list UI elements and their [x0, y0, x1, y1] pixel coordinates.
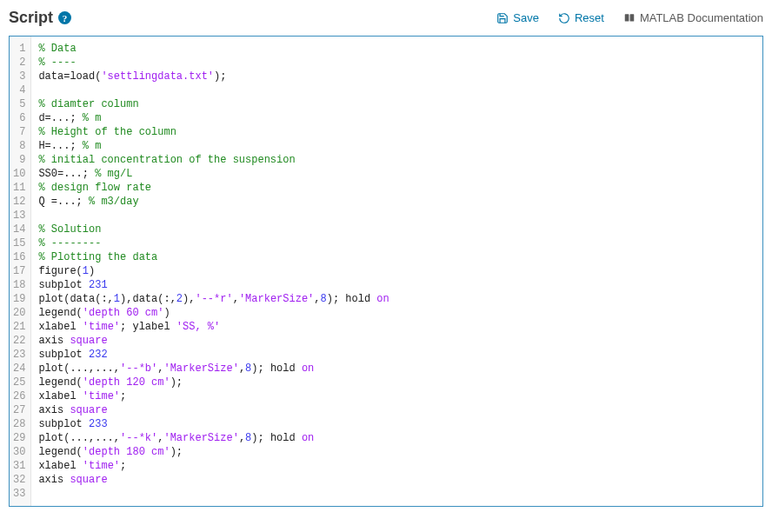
- code-line[interactable]: xlabel 'time'; ylabel 'SS, %': [38, 320, 755, 334]
- code-token: ,: [233, 293, 239, 305]
- code-line[interactable]: legend('depth 120 cm');: [38, 376, 755, 389]
- code-line[interactable]: plot(...,...,'--*b','MarkerSize',8); hol…: [38, 362, 755, 376]
- code-token: ,: [314, 293, 320, 305]
- line-number: 10: [13, 167, 25, 181]
- code-token: 1: [114, 293, 120, 305]
- code-token: subplot: [38, 349, 89, 361]
- code-line[interactable]: % ----: [38, 56, 755, 70]
- help-icon[interactable]: ?: [58, 11, 71, 24]
- reset-label: Reset: [575, 11, 604, 24]
- code-token: 'settlingdata.txt': [101, 70, 214, 83]
- code-token: legend(: [38, 446, 82, 458]
- code-token: 232: [89, 349, 108, 361]
- documentation-label: MATLAB Documentation: [640, 11, 763, 24]
- code-token: ): [89, 265, 95, 277]
- code-line[interactable]: [38, 209, 755, 223]
- line-number: 7: [13, 125, 25, 139]
- code-token: % mg/L: [95, 168, 132, 180]
- code-line[interactable]: axis square: [38, 334, 755, 348]
- line-number: 22: [13, 334, 25, 348]
- code-line[interactable]: axis square: [38, 403, 755, 417]
- code-line[interactable]: subplot 233: [38, 417, 755, 431]
- code-line[interactable]: xlabel 'time';: [38, 459, 755, 473]
- line-number: 8: [13, 139, 25, 153]
- code-line[interactable]: legend('depth 180 cm');: [38, 445, 755, 459]
- code-token: data=load(: [38, 70, 101, 83]
- line-number: 1: [13, 42, 25, 56]
- code-token: subplot: [38, 418, 89, 430]
- code-token: 'depth 180 cm': [83, 446, 170, 458]
- code-line[interactable]: % Height of the column: [38, 125, 755, 139]
- code-line[interactable]: [38, 83, 755, 97]
- code-line[interactable]: xlabel 'time';: [38, 389, 755, 403]
- code-token: ,: [239, 362, 245, 375]
- code-token: ); hold: [251, 362, 302, 375]
- save-button[interactable]: Save: [496, 11, 539, 24]
- code-token: Q =...;: [38, 196, 89, 208]
- line-number: 2: [13, 56, 25, 70]
- code-token: % --------: [38, 237, 101, 249]
- code-token: '--*r': [195, 293, 232, 305]
- save-label: Save: [513, 11, 539, 24]
- code-editor[interactable]: 1234567891011121314151617181920212223242…: [9, 36, 763, 507]
- code-area[interactable]: % Data% ----data=load('settlingdata.txt'…: [31, 37, 762, 506]
- line-number: 25: [13, 376, 25, 389]
- code-line[interactable]: % Data: [38, 42, 755, 56]
- code-line[interactable]: % Plotting the data: [38, 250, 755, 264]
- documentation-button[interactable]: MATLAB Documentation: [623, 11, 763, 24]
- code-line[interactable]: H=...; % m: [38, 139, 755, 153]
- title-wrap: Script ?: [9, 9, 71, 27]
- code-token: xlabel: [38, 460, 82, 472]
- line-number: 21: [13, 320, 25, 334]
- code-line[interactable]: % initial concentration of the suspensio…: [38, 153, 755, 167]
- code-token: ;: [120, 390, 126, 402]
- code-token: ,: [239, 432, 245, 444]
- code-token: plot(...,...,: [38, 432, 120, 444]
- code-token: on: [302, 432, 314, 444]
- code-line[interactable]: plot(...,...,'--*k','MarkerSize',8); hol…: [38, 431, 755, 445]
- code-line[interactable]: data=load('settlingdata.txt');: [38, 70, 755, 83]
- code-line[interactable]: axis square: [38, 473, 755, 487]
- line-number: 3: [13, 70, 25, 83]
- code-line[interactable]: d=...; % m: [38, 111, 755, 125]
- code-line[interactable]: subplot 231: [38, 278, 755, 292]
- code-token: '--*b': [120, 362, 157, 375]
- code-token: % Data: [38, 43, 76, 55]
- line-number: 9: [13, 153, 25, 167]
- code-token: axis: [38, 474, 70, 486]
- code-line[interactable]: figure(1): [38, 264, 755, 278]
- code-token: ;: [120, 460, 126, 472]
- code-token: plot(...,...,: [38, 362, 120, 375]
- page-title: Script: [9, 9, 53, 27]
- code-token: plot(data(:,: [38, 293, 113, 305]
- code-line[interactable]: % diamter column: [38, 97, 755, 111]
- line-number: 24: [13, 362, 25, 376]
- code-line[interactable]: % Solution: [38, 223, 755, 236]
- code-token: % ----: [38, 57, 76, 69]
- code-line[interactable]: % --------: [38, 236, 755, 250]
- code-token: legend(: [38, 307, 82, 319]
- line-number: 16: [13, 250, 25, 264]
- code-token: % Plotting the data: [38, 251, 157, 263]
- code-token: on: [302, 362, 314, 375]
- code-token: % initial concentration of the suspensio…: [38, 154, 295, 166]
- code-line[interactable]: plot(data(:,1),data(:,2),'--*r','MarkerS…: [38, 292, 755, 306]
- code-token: 'depth 60 cm': [83, 307, 164, 319]
- code-token: 'time': [83, 321, 120, 333]
- code-line[interactable]: % design flow rate: [38, 181, 755, 195]
- code-token: % m: [83, 112, 102, 124]
- code-line[interactable]: subplot 232: [38, 348, 755, 362]
- code-line[interactable]: legend('depth 60 cm'): [38, 306, 755, 320]
- reset-button[interactable]: Reset: [558, 11, 604, 24]
- code-token: legend(: [38, 376, 82, 389]
- code-token: ),: [183, 293, 195, 305]
- code-line[interactable]: Q =...; % m3/day: [38, 195, 755, 209]
- code-line[interactable]: SS0=...; % mg/L: [38, 167, 755, 181]
- line-number: 30: [13, 445, 25, 459]
- line-number: 18: [13, 278, 25, 292]
- code-token: 'depth 120 cm': [83, 376, 170, 389]
- code-token: '--*k': [120, 432, 157, 444]
- svg-rect-0: [625, 14, 629, 21]
- code-line[interactable]: [38, 487, 755, 501]
- code-token: on: [376, 293, 389, 305]
